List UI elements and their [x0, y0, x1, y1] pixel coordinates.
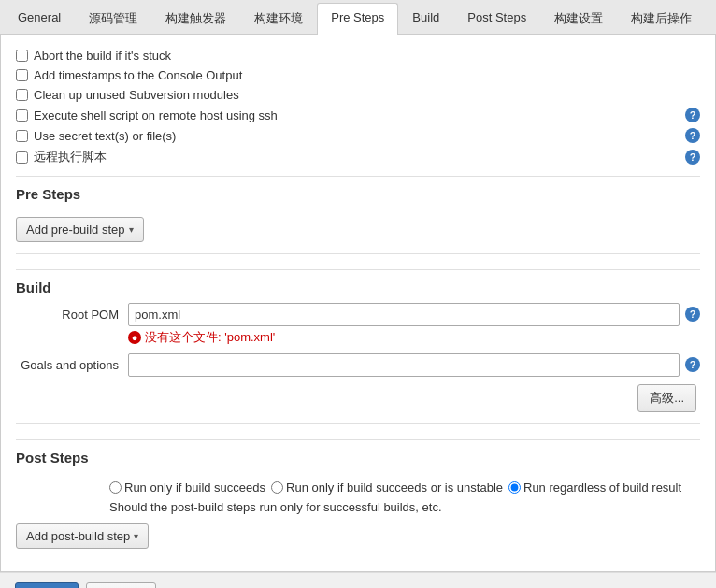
post-steps-section: Post Steps Run only if build succeeds Ru…	[16, 423, 700, 549]
pre-steps-header: Pre Steps	[16, 176, 700, 209]
help-icon-root-pom[interactable]: ?	[685, 307, 700, 322]
root-pom-label: Root POM	[16, 303, 128, 322]
checkbox-secret-label: Use secret text(s) or file(s)	[34, 129, 176, 143]
checkbox-cleanup-label: Clean up unused Subversion modules	[34, 88, 239, 102]
advanced-row: 高级...	[16, 384, 700, 412]
checkbox-abort: Abort the build if it's stuck	[16, 46, 700, 65]
add-post-build-step-arrow: ▾	[134, 531, 138, 541]
build-section: Build Root POM ● 没有这个文件: 'pom.xml' ? Goa…	[16, 253, 700, 412]
radio-unstable-input[interactable]	[271, 481, 283, 494]
checkbox-secret: Use secret text(s) or file(s) ?	[16, 125, 700, 146]
checkbox-list: Abort the build if it's stuck Add timest…	[16, 46, 700, 168]
tab-build-env[interactable]: 构建环境	[240, 3, 317, 34]
radio-always-input[interactable]	[508, 481, 521, 494]
tab-triggers[interactable]: 构建触发器	[151, 3, 240, 34]
apply-button[interactable]: Apply	[86, 582, 156, 588]
root-pom-row: Root POM ● 没有这个文件: 'pom.xml' ?	[16, 303, 700, 346]
checkbox-ssh: Execute shell script on remote host usin…	[16, 105, 700, 125]
checkbox-ssh-input[interactable]	[16, 109, 28, 122]
tab-build[interactable]: Build	[398, 3, 453, 34]
bottom-bar: 保存 Apply	[0, 572, 716, 588]
checkbox-timestamps-input[interactable]	[16, 69, 28, 81]
radio-unstable: Run only if build succeeds or is unstabl…	[271, 480, 503, 495]
goals-row: Goals and options ?	[16, 353, 700, 377]
checkbox-ssh-label: Execute shell script on remote host usin…	[34, 108, 278, 122]
help-icon-secret[interactable]: ?	[685, 128, 700, 143]
checkbox-remote-input[interactable]	[16, 151, 28, 164]
root-pom-input[interactable]	[128, 303, 680, 326]
goals-label: Goals and options	[16, 353, 128, 372]
checkbox-cleanup: Clean up unused Subversion modules	[16, 85, 700, 105]
tab-bar: General 源码管理 构建触发器 构建环境 Pre Steps Build …	[0, 0, 716, 35]
checkbox-abort-input[interactable]	[16, 50, 28, 62]
goals-input[interactable]	[128, 353, 680, 377]
tab-post-steps[interactable]: Post Steps	[453, 3, 540, 34]
help-icon-goals[interactable]: ?	[685, 357, 700, 372]
radio-always: Run regardless of build result	[508, 480, 681, 495]
root-pom-error: ● 没有这个文件: 'pom.xml'	[128, 329, 680, 346]
tab-source[interactable]: 源码管理	[75, 3, 151, 34]
post-steps-description: Should the post-build steps run only for…	[109, 500, 700, 514]
post-steps-header: Post Steps	[16, 439, 700, 473]
tab-general[interactable]: General	[4, 3, 75, 34]
main-content: Abort the build if it's stuck Add timest…	[0, 35, 716, 572]
radio-always-label: Run regardless of build result	[523, 480, 681, 495]
add-post-build-step-label: Add post-build step	[26, 529, 130, 543]
advanced-button[interactable]: 高级...	[637, 384, 696, 412]
build-header: Build	[16, 269, 700, 303]
checkbox-secret-input[interactable]	[16, 130, 28, 142]
tab-post-actions[interactable]: 构建后操作	[617, 3, 706, 34]
add-pre-build-step-label: Add pre-build step	[26, 222, 125, 237]
add-pre-build-step-button[interactable]: Add pre-build step ▾	[16, 217, 144, 242]
save-button[interactable]: 保存	[15, 582, 79, 588]
root-pom-help-row: ?	[685, 307, 700, 322]
checkbox-remote: 远程执行脚本 ?	[16, 146, 700, 168]
checkbox-remote-label: 远程执行脚本	[34, 149, 107, 165]
error-icon: ●	[128, 331, 141, 344]
radio-success-label: Run only if build succeeds	[124, 480, 265, 495]
checkbox-cleanup-input[interactable]	[16, 89, 28, 101]
radio-unstable-label: Run only if build succeeds or is unstabl…	[286, 480, 503, 495]
add-post-build-step-button[interactable]: Add post-build step ▾	[16, 523, 149, 549]
checkbox-timestamps-label: Add timestamps to the Console Output	[34, 68, 242, 82]
root-pom-field: ● 没有这个文件: 'pom.xml'	[128, 303, 680, 346]
post-steps-radio-group: Run only if build succeeds Run only if b…	[109, 480, 700, 495]
tab-build-settings[interactable]: 构建设置	[540, 3, 617, 34]
goals-field	[128, 353, 680, 377]
help-icon-ssh[interactable]: ?	[685, 108, 700, 122]
help-icon-remote[interactable]: ?	[685, 150, 700, 165]
checkbox-timestamps: Add timestamps to the Console Output	[16, 65, 700, 85]
goals-help-row: ?	[685, 357, 700, 372]
checkbox-abort-label: Abort the build if it's stuck	[34, 49, 171, 63]
radio-success: Run only if build succeeds	[109, 480, 265, 495]
tab-pre-steps[interactable]: Pre Steps	[317, 3, 398, 35]
radio-success-input[interactable]	[109, 481, 122, 494]
root-pom-error-text: 没有这个文件: 'pom.xml'	[145, 329, 275, 346]
add-pre-build-step-arrow: ▾	[129, 224, 134, 235]
pre-steps-section: Pre Steps Add pre-build step ▾	[16, 176, 700, 242]
